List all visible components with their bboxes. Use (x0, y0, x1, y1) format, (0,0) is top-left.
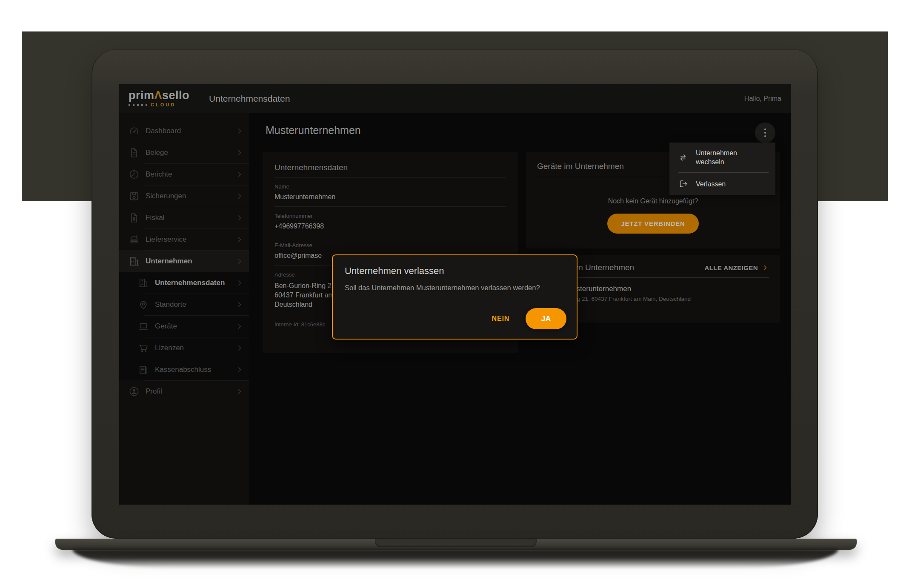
app-screen: primΛsello CLOUD Unternehmensdaten Hallo… (119, 84, 791, 505)
menu-item-label: Verlassen (696, 180, 726, 188)
dialog-actions: NEIN JA (489, 308, 566, 329)
no-button[interactable]: NEIN (489, 314, 512, 323)
logout-icon (678, 179, 688, 189)
yes-button[interactable]: JA (526, 308, 566, 329)
laptop-hinge-notch (375, 539, 537, 547)
menu-item-switch-company[interactable]: Unternehmen wechseln (669, 143, 775, 172)
laptop-base (55, 539, 857, 550)
dialog-message: Soll das Unternehmen Musterunternehmen v… (345, 284, 565, 292)
dialog-title: Unternehmen verlassen (345, 265, 565, 277)
leave-company-dialog: Unternehmen verlassen Soll das Unternehm… (332, 254, 578, 340)
laptop-shadow (72, 549, 838, 568)
company-context-menu: Unternehmen wechseln Verlassen (669, 143, 775, 195)
menu-item-label: Unternehmen wechseln (696, 148, 751, 166)
page: primΛsello CLOUD Unternehmensdaten Hallo… (0, 0, 912, 588)
menu-item-leave[interactable]: Verlassen (669, 173, 775, 195)
swap-arrows-icon (678, 152, 688, 163)
